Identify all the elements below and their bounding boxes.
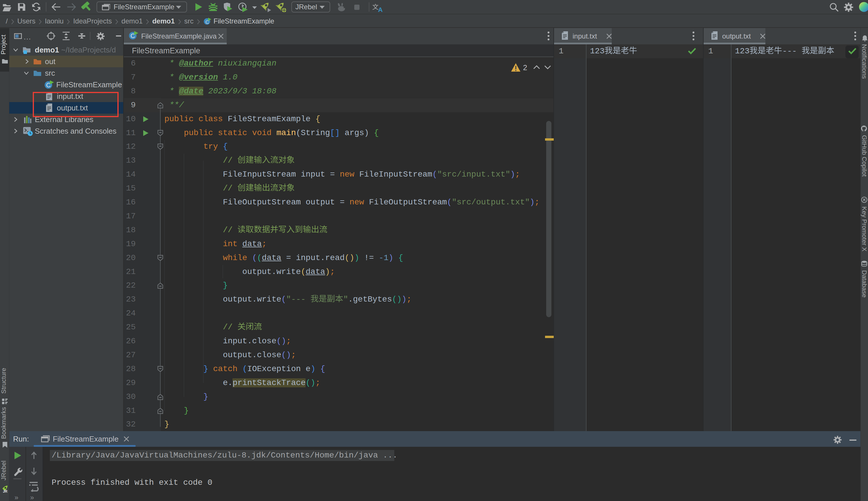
svg-text:A: A: [378, 6, 383, 13]
svg-text:JR: JR: [3, 489, 8, 493]
